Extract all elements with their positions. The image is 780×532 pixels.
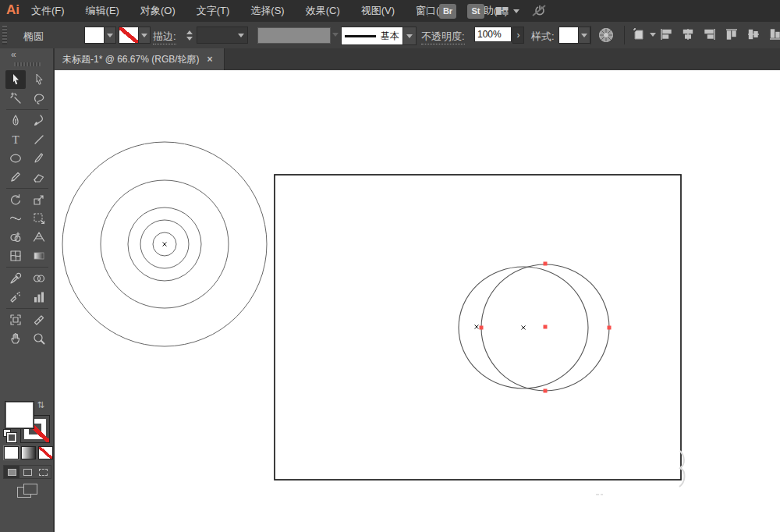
stroke-style-dropdown[interactable]: 基本 bbox=[341, 27, 417, 45]
concentric-center-mark[interactable] bbox=[163, 243, 167, 246]
align-to-selection-button[interactable] bbox=[632, 27, 656, 42]
tool-row bbox=[0, 112, 55, 130]
tool-pencil[interactable] bbox=[5, 168, 26, 186]
draw-mode-buttons bbox=[3, 465, 51, 479]
tool-scale[interactable] bbox=[29, 190, 49, 209]
anchor-point-4[interactable] bbox=[480, 326, 484, 330]
fill-proxy[interactable] bbox=[5, 401, 34, 429]
default-fill-stroke-icon[interactable] bbox=[3, 429, 14, 440]
eyedropper-tool-icon bbox=[9, 271, 23, 286]
tool-shape-builder[interactable] bbox=[5, 228, 26, 246]
document-tab[interactable]: 未标题-1* @ 66.67% (RGB/轮廓) × bbox=[55, 48, 225, 70]
menu-item-4[interactable]: 文字(T) bbox=[197, 4, 230, 18]
tool-slice[interactable] bbox=[29, 310, 49, 329]
artboard[interactable] bbox=[275, 175, 681, 480]
menu-item-5[interactable]: 选择(S) bbox=[250, 4, 284, 18]
tool-artboard[interactable] bbox=[5, 310, 26, 329]
vertical-align-center-button[interactable] bbox=[746, 27, 760, 42]
tool-hand[interactable] bbox=[5, 329, 26, 348]
draw-behind-button[interactable] bbox=[20, 466, 35, 478]
style-dropdown[interactable] bbox=[558, 27, 590, 44]
stock-button[interactable]: St bbox=[467, 4, 484, 19]
horizontal-align-left-button[interactable] bbox=[659, 27, 673, 42]
menu-bar: Ai 文件(F)编辑(E)对象(O)文字(T)选择(S)效果(C)视图(V)窗口… bbox=[0, 0, 780, 23]
tool-selection[interactable] bbox=[5, 70, 26, 89]
chevron-down-icon bbox=[186, 37, 193, 41]
tool-eraser[interactable] bbox=[29, 168, 49, 186]
cs-live-icon[interactable] bbox=[530, 4, 549, 18]
stroke-weight-stepper[interactable] bbox=[184, 27, 194, 44]
hand-tool-icon bbox=[9, 332, 23, 346]
anchor-point-1[interactable] bbox=[544, 262, 548, 266]
recolor-artwork-button[interactable] bbox=[597, 27, 615, 44]
tool-mesh[interactable] bbox=[5, 246, 26, 265]
menu-item-1[interactable]: 文件(F) bbox=[31, 4, 65, 18]
panel-grip[interactable] bbox=[14, 62, 41, 66]
bridge-button[interactable]: Br bbox=[439, 4, 456, 19]
tools-panel: « T ⇄ bbox=[0, 48, 55, 532]
document-canvas[interactable] bbox=[55, 70, 780, 532]
draw-inside-button[interactable] bbox=[35, 466, 51, 478]
close-icon[interactable]: × bbox=[207, 54, 213, 65]
tool-lasso[interactable] bbox=[29, 89, 49, 108]
tool-row bbox=[0, 246, 55, 265]
draw-normal-button[interactable] bbox=[4, 466, 20, 478]
color-button[interactable] bbox=[4, 446, 19, 459]
chevron-down-icon bbox=[141, 34, 147, 37]
selection-center-point[interactable] bbox=[544, 325, 548, 329]
gradient-button[interactable] bbox=[21, 446, 36, 459]
collapse-panel-button[interactable]: « bbox=[11, 49, 16, 60]
menu-item-7[interactable]: 视图(V) bbox=[361, 4, 395, 18]
zoom-tool-icon bbox=[32, 332, 46, 346]
fill-color-dropdown[interactable] bbox=[84, 27, 116, 44]
panel-grip[interactable] bbox=[2, 26, 7, 44]
vertical-align-top-icon bbox=[725, 27, 739, 41]
opacity-label[interactable]: 不透明度: bbox=[421, 30, 465, 44]
vertical-align-bottom-button[interactable] bbox=[768, 27, 780, 42]
vertical-align-top-button[interactable] bbox=[725, 27, 739, 42]
tool-type[interactable]: T bbox=[5, 130, 26, 149]
menu-item-2[interactable]: 编辑(E) bbox=[86, 4, 119, 18]
none-button[interactable] bbox=[38, 446, 53, 459]
tool-line-segment[interactable] bbox=[29, 130, 49, 149]
perspective-grid-tool-icon bbox=[32, 230, 46, 244]
swap-fill-stroke-icon[interactable]: ⇄ bbox=[36, 401, 46, 408]
chevron-down-icon bbox=[513, 9, 519, 13]
document-title: 未标题-1* @ 66.67% (RGB/轮廓) bbox=[62, 53, 200, 66]
tool-ellipse[interactable] bbox=[5, 149, 26, 168]
tool-column-graph[interactable] bbox=[29, 288, 49, 307]
tool-blob-brush[interactable] bbox=[29, 112, 49, 130]
tool-eyedropper[interactable] bbox=[5, 269, 26, 288]
change-screen-mode-button[interactable] bbox=[17, 484, 37, 499]
horizontal-align-center-button[interactable] bbox=[681, 27, 695, 42]
tool-direct-selection[interactable] bbox=[29, 70, 49, 89]
tool-paintbrush[interactable] bbox=[29, 149, 49, 168]
tool-perspective-grid[interactable] bbox=[29, 228, 49, 246]
opacity-input[interactable] bbox=[474, 27, 512, 42]
menu-item-6[interactable]: 效果(C) bbox=[306, 4, 340, 18]
tool-rotate[interactable] bbox=[5, 190, 26, 209]
horizontal-align-right-button[interactable] bbox=[703, 27, 717, 42]
horizontal-align-right-icon bbox=[703, 27, 717, 41]
stroke-none-swatch bbox=[119, 27, 139, 43]
tool-width[interactable] bbox=[5, 209, 26, 228]
stroke-weight-label[interactable]: 描边: bbox=[153, 30, 176, 44]
stroke-style-label: 基本 bbox=[381, 30, 399, 43]
tool-symbol-sprayer[interactable] bbox=[5, 288, 26, 307]
workspace-switcher[interactable] bbox=[495, 5, 519, 17]
tool-magic-wand[interactable] bbox=[5, 89, 26, 108]
opacity-more-button[interactable]: › bbox=[512, 27, 524, 44]
menu-item-3[interactable]: 对象(O) bbox=[140, 4, 176, 18]
tool-blend[interactable] bbox=[29, 269, 49, 288]
tool-zoom[interactable] bbox=[29, 329, 49, 348]
anchor-point-3[interactable] bbox=[544, 389, 548, 393]
stroke-color-dropdown[interactable] bbox=[119, 27, 151, 44]
tool-row: T bbox=[0, 130, 55, 149]
tool-gradient[interactable] bbox=[29, 246, 49, 265]
shape-builder-tool-icon bbox=[9, 230, 23, 244]
tool-free-transform[interactable] bbox=[29, 209, 49, 228]
stroke-weight-combobox[interactable] bbox=[197, 27, 248, 44]
style-swatch bbox=[559, 27, 579, 43]
anchor-point-2[interactable] bbox=[608, 326, 612, 330]
tool-pen[interactable] bbox=[5, 112, 26, 130]
